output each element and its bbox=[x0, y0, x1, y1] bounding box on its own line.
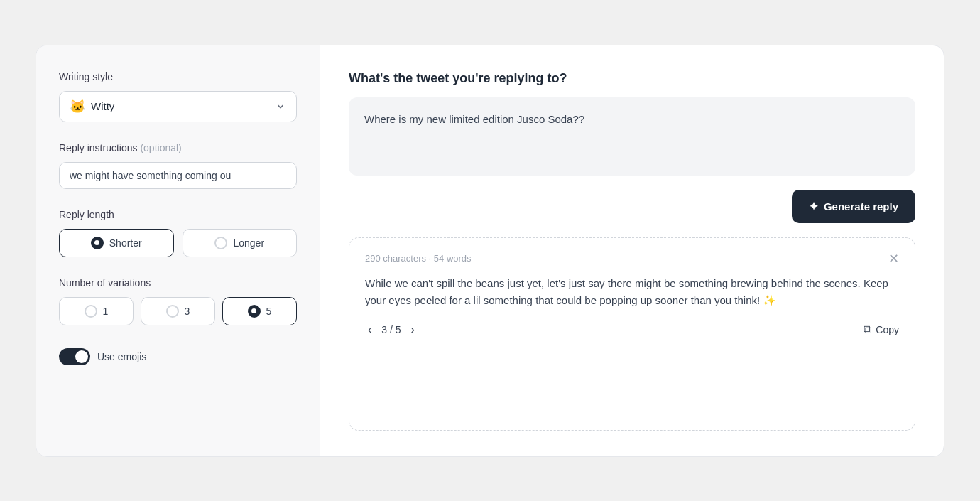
writing-style-section: Writing style 🐱 Witty bbox=[59, 71, 297, 122]
char-count: 290 characters · 54 words bbox=[365, 253, 472, 264]
style-emoji: 🐱 bbox=[70, 99, 85, 114]
toggle-thumb bbox=[75, 350, 88, 363]
radio-v3-circle bbox=[166, 305, 179, 318]
reply-length-longer[interactable]: Longer bbox=[183, 229, 298, 257]
reply-instructions-label: Reply instructions (optional) bbox=[59, 142, 297, 153]
use-emojis-toggle[interactable] bbox=[59, 348, 90, 365]
reply-body: While we can't spill the beans just yet,… bbox=[365, 275, 899, 309]
reply-card: 290 characters · 54 words ✕ While we can… bbox=[349, 237, 915, 431]
right-panel: What's the tweet you're replying to? Whe… bbox=[320, 45, 944, 456]
pagination-next-button[interactable]: › bbox=[408, 322, 418, 338]
copy-icon: ⧉ bbox=[864, 323, 871, 336]
radio-v5-circle bbox=[248, 305, 261, 318]
tweet-content: Where is my new limited edition Jusco So… bbox=[364, 113, 584, 125]
reply-card-header: 290 characters · 54 words ✕ bbox=[365, 252, 899, 265]
variation-3-label: 3 bbox=[185, 306, 190, 317]
variations-label: Number of variations bbox=[59, 277, 297, 289]
pagination: ‹ 3 / 5 › bbox=[365, 322, 418, 338]
close-reply-button[interactable]: ✕ bbox=[888, 252, 899, 265]
radio-v1-circle bbox=[85, 305, 97, 318]
tweet-input[interactable]: Where is my new limited edition Jusco So… bbox=[349, 97, 915, 176]
variation-5-label: 5 bbox=[266, 306, 272, 317]
radio-longer-circle bbox=[214, 237, 227, 249]
reply-length-label: Reply length bbox=[59, 209, 297, 220]
generate-reply-button[interactable]: ✦ Generate reply bbox=[792, 190, 915, 223]
reply-instructions-section: Reply instructions (optional) bbox=[59, 142, 297, 189]
reply-instructions-input[interactable] bbox=[59, 162, 297, 189]
pagination-prev-button[interactable]: ‹ bbox=[365, 322, 374, 338]
reply-card-footer: ‹ 3 / 5 › ⧉ Copy bbox=[365, 322, 899, 338]
writing-style-dropdown[interactable]: 🐱 Witty bbox=[59, 91, 297, 122]
left-panel: Writing style 🐱 Witty Reply instructions… bbox=[36, 45, 320, 456]
style-name: Witty bbox=[91, 100, 114, 112]
main-container: Writing style 🐱 Witty Reply instructions… bbox=[36, 45, 944, 457]
shorter-label: Shorter bbox=[109, 237, 142, 249]
variation-1[interactable]: 1 bbox=[59, 297, 134, 325]
generate-reply-label: Generate reply bbox=[824, 200, 898, 212]
copy-button[interactable]: ⧉ Copy bbox=[864, 323, 899, 336]
reply-length-section: Reply length Shorter Longer bbox=[59, 209, 297, 257]
right-panel-title: What's the tweet you're replying to? bbox=[349, 71, 915, 86]
copy-label: Copy bbox=[876, 324, 899, 335]
longer-label: Longer bbox=[233, 237, 264, 249]
chevron-down-icon bbox=[275, 101, 286, 112]
variation-3[interactable]: 3 bbox=[141, 297, 215, 325]
pagination-current: 3 / 5 bbox=[381, 324, 401, 335]
variations-section: Number of variations 1 3 5 bbox=[59, 277, 297, 325]
writing-style-label: Writing style bbox=[59, 71, 297, 82]
variation-5[interactable]: 5 bbox=[222, 297, 297, 325]
use-emojis-label: Use emojis bbox=[97, 351, 146, 362]
generate-btn-row: ✦ Generate reply bbox=[349, 190, 915, 223]
sparkle-icon: ✦ bbox=[809, 200, 818, 213]
use-emojis-section: Use emojis bbox=[59, 348, 297, 365]
radio-shorter-circle bbox=[91, 237, 104, 249]
variation-1-label: 1 bbox=[103, 306, 109, 317]
reply-length-shorter[interactable]: Shorter bbox=[59, 229, 174, 257]
reply-length-group: Shorter Longer bbox=[59, 229, 297, 257]
variations-group: 1 3 5 bbox=[59, 297, 297, 325]
